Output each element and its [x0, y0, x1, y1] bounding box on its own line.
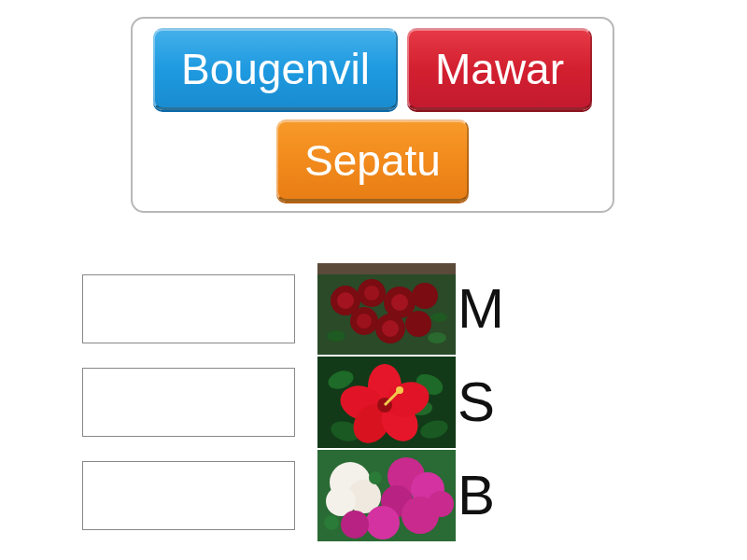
target-row: S [82, 357, 495, 448]
svg-point-7 [391, 294, 408, 311]
chip-bougenvil[interactable]: Bougenvil [153, 28, 398, 110]
svg-point-3 [337, 292, 354, 309]
svg-point-15 [430, 313, 447, 322]
drop-slot[interactable] [82, 274, 295, 343]
svg-point-13 [405, 311, 431, 337]
target-row: B [82, 450, 495, 541]
svg-point-10 [357, 314, 372, 329]
chip-mawar[interactable]: Mawar [407, 28, 592, 110]
svg-point-40 [341, 511, 369, 539]
option-panel: Bougenvil Mawar Sepatu [131, 17, 614, 213]
svg-point-41 [428, 491, 454, 517]
target-letter: S [458, 374, 495, 430]
svg-point-30 [396, 386, 403, 394]
chip-label: Sepatu [304, 135, 441, 186]
target-letter: B [458, 468, 495, 524]
svg-point-12 [382, 320, 399, 337]
svg-point-16 [428, 332, 446, 343]
roses-image-icon [317, 263, 456, 355]
chip-label: Bougenvil [181, 44, 370, 94]
bougainvillea-image-icon [317, 450, 456, 541]
target-row: M [82, 263, 504, 355]
svg-point-14 [327, 330, 345, 342]
chip-sepatu[interactable]: Sepatu [276, 119, 469, 202]
drop-slot[interactable] [82, 368, 295, 437]
svg-point-8 [412, 283, 438, 309]
drop-slot[interactable] [82, 461, 295, 530]
svg-point-5 [364, 286, 379, 301]
svg-rect-1 [317, 263, 456, 274]
chip-label: Mawar [435, 44, 564, 94]
svg-point-43 [324, 515, 339, 530]
target-letter: M [458, 281, 504, 337]
activity-stage: Bougenvil Mawar Sepatu [0, 0, 747, 560]
svg-point-39 [366, 506, 400, 539]
svg-point-42 [369, 471, 382, 484]
hibiscus-image-icon [317, 357, 456, 448]
